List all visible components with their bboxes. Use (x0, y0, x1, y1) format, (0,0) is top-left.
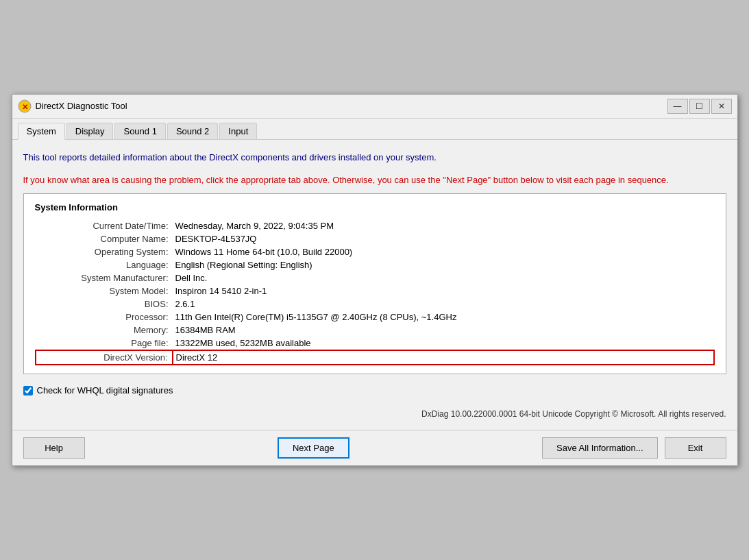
tab-system[interactable]: System (18, 123, 65, 140)
row-value: English (Regional Setting: English) (173, 258, 714, 271)
table-row: BIOS: 2.6.1 (36, 297, 714, 311)
row-value: DESKTOP-4L537JQ (173, 232, 714, 245)
row-label: DirectX Version: (36, 350, 173, 365)
bottom-bar: Help Next Page Save All Information... E… (12, 430, 737, 465)
bottom-right: Save All Information... Exit (542, 437, 726, 459)
row-label: System Model: (36, 284, 173, 297)
system-info-table: Current Date/Time: Wednesday, March 9, 2… (35, 219, 715, 365)
maximize-button[interactable]: ☐ (689, 99, 710, 114)
table-row: Page file: 13322MB used, 5232MB availabl… (36, 337, 714, 350)
save-all-button[interactable]: Save All Information... (542, 437, 657, 459)
table-row: System Manufacturer: Dell Inc. (36, 271, 714, 284)
system-info-box: System Information Current Date/Time: We… (23, 193, 726, 374)
tab-input[interactable]: Input (219, 123, 257, 139)
row-label: Current Date/Time: (36, 219, 173, 232)
table-row: DirectX Version: DirectX 12 (36, 350, 714, 365)
row-value: 2.6.1 (173, 297, 714, 311)
main-window: ✕ DirectX Diagnostic Tool — ☐ ✕ System D… (12, 94, 738, 467)
table-row: Memory: 16384MB RAM (36, 324, 714, 337)
table-row: Operating System: Windows 11 Home 64-bit… (36, 245, 714, 258)
row-label: Page file: (36, 337, 173, 350)
warning-text: If you know what area is causing the pro… (23, 173, 726, 187)
main-content: This tool reports detailed information a… (12, 140, 737, 430)
row-value: Windows 11 Home 64-bit (10.0, Build 2200… (173, 245, 714, 258)
window-title: DirectX Diagnostic Tool (36, 101, 667, 111)
table-row: System Model: Inspiron 14 5410 2-in-1 (36, 284, 714, 297)
row-label: Language: (36, 258, 173, 271)
bottom-left: Help (23, 437, 85, 459)
next-page-button[interactable]: Next Page (278, 437, 349, 459)
window-controls: — ☐ ✕ (667, 99, 732, 114)
row-value: 16384MB RAM (173, 324, 714, 337)
whql-label[interactable]: Check for WHQL digital signatures (37, 385, 173, 395)
row-value: 11th Gen Intel(R) Core(TM) i5-1135G7 @ 2… (173, 311, 714, 324)
table-row: Processor: 11th Gen Intel(R) Core(TM) i5… (36, 311, 714, 324)
whql-checkbox-row: Check for WHQL digital signatures (23, 381, 726, 400)
close-button[interactable]: ✕ (711, 99, 732, 114)
info-text: This tool reports detailed information a… (23, 148, 726, 167)
whql-checkbox[interactable] (23, 386, 33, 395)
table-row: Language: English (Regional Setting: Eng… (36, 258, 714, 271)
row-label: Processor: (36, 311, 173, 324)
row-label: Memory: (36, 324, 173, 337)
app-icon: ✕ (18, 99, 32, 113)
row-label: BIOS: (36, 297, 173, 311)
row-label: Computer Name: (36, 232, 173, 245)
tabs-bar: System Display Sound 1 Sound 2 Input (12, 119, 737, 140)
row-label: System Manufacturer: (36, 271, 173, 284)
minimize-button[interactable]: — (667, 99, 688, 114)
row-value: Dell Inc. (173, 271, 714, 284)
table-row: Current Date/Time: Wednesday, March 9, 2… (36, 219, 714, 232)
system-info-title: System Information (35, 202, 715, 212)
exit-button[interactable]: Exit (665, 437, 726, 459)
help-button[interactable]: Help (23, 437, 85, 459)
tab-display[interactable]: Display (66, 123, 114, 139)
row-value: 13322MB used, 5232MB available (173, 337, 714, 350)
table-row: Computer Name: DESKTOP-4L537JQ (36, 232, 714, 245)
title-bar: ✕ DirectX Diagnostic Tool — ☐ ✕ (12, 95, 737, 119)
row-label: Operating System: (36, 245, 173, 258)
row-value: Wednesday, March 9, 2022, 9:04:35 PM (173, 219, 714, 232)
tab-sound2[interactable]: Sound 2 (167, 123, 218, 139)
copyright-text: DxDiag 10.00.22000.0001 64-bit Unicode C… (23, 406, 726, 422)
row-value: Inspiron 14 5410 2-in-1 (173, 284, 714, 297)
bottom-center: Next Page (92, 437, 536, 459)
tab-sound1[interactable]: Sound 1 (114, 123, 165, 139)
row-value: DirectX 12 (173, 350, 714, 365)
svg-text:✕: ✕ (21, 103, 27, 111)
